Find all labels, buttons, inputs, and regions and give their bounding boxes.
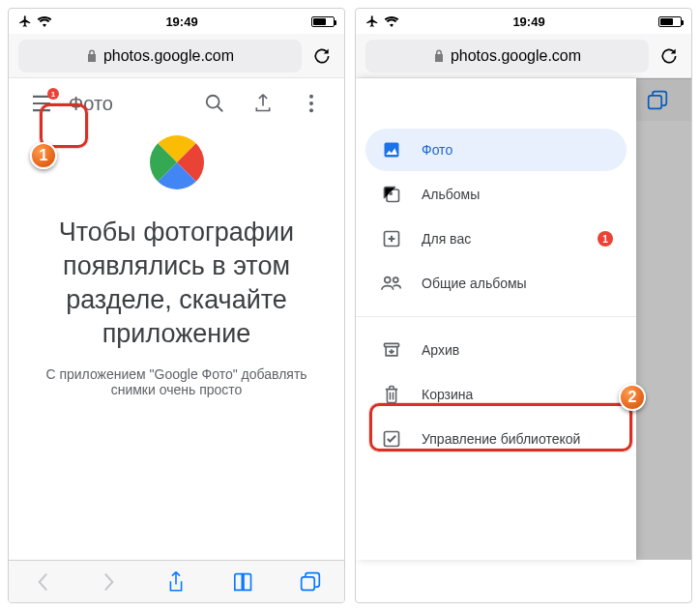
share-button[interactable]	[157, 563, 195, 601]
app-title: Фото	[69, 93, 113, 115]
battery-icon	[311, 16, 335, 27]
drawer-item-albums[interactable]: Альбомы	[365, 173, 627, 216]
image-icon	[381, 140, 402, 160]
safari-bottom-bar	[9, 560, 344, 602]
lock-icon	[86, 49, 98, 63]
svg-rect-11	[385, 343, 399, 346]
wifi-icon	[37, 15, 52, 27]
svg-point-10	[394, 277, 398, 282]
drawer-item-foryou[interactable]: Для вас1	[365, 218, 627, 260]
phone-left: 19:49 photos.google.com 1 Фото	[8, 8, 345, 603]
drawer-item-manage[interactable]: Управление библиотекой	[365, 418, 627, 460]
empty-subtext: С приложением "Google Фото" добавлять сн…	[28, 366, 325, 397]
browser-url-bar: photos.google.com	[9, 34, 344, 78]
main-content: Чтобы фотографии появлялись в этом разде…	[9, 129, 344, 560]
browser-url-bar: photos.google.com	[356, 34, 691, 78]
status-time: 19:49	[399, 15, 658, 29]
empty-heading: Чтобы фотографии появлялись в этом разде…	[28, 216, 325, 351]
svg-rect-4	[302, 576, 315, 590]
lock-icon	[433, 49, 445, 63]
forward-button[interactable]	[90, 563, 129, 601]
url-field[interactable]: photos.google.com	[365, 40, 649, 73]
wifi-icon	[384, 15, 399, 27]
tabs-button[interactable]	[291, 563, 330, 601]
drawer-item-label: Альбомы	[422, 187, 480, 202]
google-photos-logo	[143, 129, 211, 196]
url-host: photos.google.com	[451, 47, 581, 65]
drawer-item-shared[interactable]: Общие альбомы	[365, 262, 627, 305]
refresh-button[interactable]	[309, 44, 335, 69]
bookmarks-button[interactable]	[224, 563, 263, 601]
search-button[interactable]	[193, 82, 236, 125]
drawer-item-label: Общие альбомы	[422, 276, 527, 291]
battery-icon	[658, 16, 682, 27]
archive-icon	[381, 340, 402, 360]
svg-rect-5	[385, 143, 399, 158]
airplane-icon	[18, 15, 32, 28]
manage-icon	[381, 429, 402, 449]
drawer-item-image[interactable]: Фото	[365, 129, 627, 171]
drawer-item-badge: 1	[598, 231, 613, 247]
foryou-icon	[381, 229, 402, 248]
url-host: photos.google.com	[103, 47, 234, 65]
app-toolbar: 1 Фото	[9, 78, 344, 129]
phone-right: 19:49 photos.google.com ФотоАльбомыДля в…	[355, 8, 692, 603]
drawer-item-label: Фото	[422, 142, 452, 158]
drawer-divider	[356, 316, 636, 317]
upload-button[interactable]	[242, 82, 284, 125]
albums-icon	[381, 185, 402, 204]
drawer-item-label: Управление библиотекой	[422, 431, 580, 447]
url-field[interactable]: photos.google.com	[18, 40, 302, 73]
drawer-item-label: Для вас	[422, 231, 471, 247]
svg-rect-7	[390, 192, 393, 195]
status-bar: 19:49	[9, 9, 344, 34]
svg-point-3	[309, 108, 313, 112]
airplane-icon	[365, 15, 379, 28]
shared-icon	[381, 275, 402, 292]
svg-point-1	[309, 95, 313, 99]
svg-point-0	[207, 96, 219, 108]
svg-point-9	[385, 277, 391, 283]
drawer-item-archive[interactable]: Архив	[365, 329, 627, 371]
svg-point-2	[309, 102, 313, 105]
drawer-item-label: Архив	[422, 342, 459, 358]
hamburger-button[interactable]: 1	[20, 82, 63, 125]
back-button[interactable]	[23, 563, 62, 601]
trash-icon	[381, 385, 402, 404]
status-bar: 19:49	[356, 9, 691, 34]
nav-drawer: ФотоАльбомыДля вас1Общие альбомы АрхивКо…	[356, 78, 636, 560]
drawer-item-label: Корзина	[422, 387, 473, 402]
refresh-button[interactable]	[656, 44, 682, 69]
overflow-button[interactable]	[290, 82, 333, 125]
status-time: 19:49	[52, 15, 311, 29]
hamburger-badge: 1	[47, 88, 59, 100]
drawer-item-trash[interactable]: Корзина	[365, 373, 627, 416]
